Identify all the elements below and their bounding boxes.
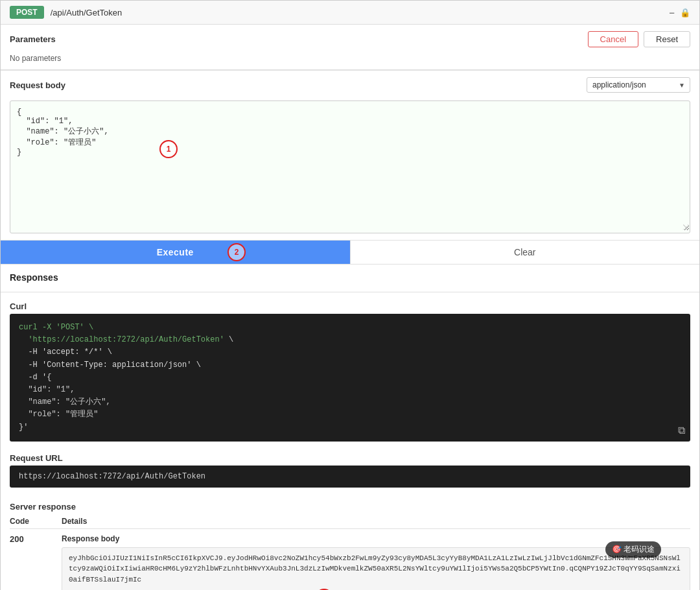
server-response-section: Server response Code Details 200 Respons… xyxy=(1,497,699,590)
code-editor-area: { "id": "1", "name": "公子小六", "role": "管理… xyxy=(10,100,690,233)
request-url-value: https://localhost:7272/api/Auth/GetToken xyxy=(10,466,690,488)
curl-copy-button[interactable]: ⧉ xyxy=(678,425,685,436)
request-url-label: Request URL xyxy=(10,453,690,463)
reset-button[interactable]: Reset xyxy=(644,31,690,47)
resize-handle[interactable]: ⇲ xyxy=(681,224,688,231)
method-badge: POST xyxy=(10,6,44,19)
curl-label: Curl xyxy=(10,301,690,311)
top-actions: Cancel Reset xyxy=(588,31,690,47)
request-body-editor[interactable]: { "id": "1", "name": "公子小六", "role": "管理… xyxy=(10,101,690,231)
minimize-button[interactable]: − xyxy=(669,7,675,18)
execute-button[interactable]: Execute xyxy=(1,241,350,264)
cancel-button[interactable]: Cancel xyxy=(588,31,638,47)
lock-icon: 🔒 xyxy=(680,8,690,18)
code-col-header: Code xyxy=(10,517,62,526)
params-section: Parameters Cancel Reset No parameters xyxy=(1,25,699,71)
header-icons: − 🔒 xyxy=(669,7,690,18)
header: POST /api/Auth/GetToken − 🔒 xyxy=(1,1,699,25)
response-code: 200 xyxy=(10,534,62,544)
responses-section: Responses xyxy=(1,264,699,292)
endpoint-path: /api/Auth/GetToken xyxy=(51,8,122,18)
request-url-section: Request URL https://localhost:7272/api/A… xyxy=(1,448,699,497)
curl-block: curl -X 'POST' \ 'https://localhost:7272… xyxy=(10,314,690,442)
response-body-label: Response body xyxy=(62,534,690,543)
responses-label: Responses xyxy=(10,272,690,283)
response-table: Code Details 200 Response body eyJhbGciO… xyxy=(10,514,690,590)
response-table-header: Code Details xyxy=(10,514,690,529)
content-type-select[interactable]: application/json text/plain application/… xyxy=(587,77,690,93)
request-body-label: Request body xyxy=(10,80,65,90)
server-response-label: Server response xyxy=(10,502,690,512)
no-params-text: No parameters xyxy=(1,51,699,70)
params-header-row: Parameters Cancel Reset xyxy=(1,25,699,51)
params-label: Parameters xyxy=(10,34,56,44)
curl-section: Curl curl -X 'POST' \ 'https://localhost… xyxy=(1,292,699,442)
response-details: Response body eyJhbGciOiJIUzI1NiIsInR5cC… xyxy=(62,534,690,590)
request-body-header: Request body application/json text/plain… xyxy=(1,71,699,97)
clear-button[interactable]: Clear xyxy=(350,241,700,264)
response-row-200: 200 Response body eyJhbGciOiJIUzI1NiIsIn… xyxy=(10,529,690,590)
header-left: POST /api/Auth/GetToken xyxy=(10,6,122,19)
content-type-wrapper: application/json text/plain application/… xyxy=(587,77,690,93)
response-body-content: eyJhbGciOiJIUzI1NiIsInR5cCI6IkpXVCJ9.eyJ… xyxy=(62,547,690,590)
main-container: POST /api/Auth/GetToken − 🔒 Parameters C… xyxy=(0,0,700,590)
response-body-text: eyJhbGciOiJIUzI1NiIsInR5cCI6IkpXVCJ9.eyJ… xyxy=(69,554,681,584)
details-col-header: Details xyxy=(62,517,87,526)
action-bar: Execute 2 Clear xyxy=(1,240,699,264)
curl-text: curl -X 'POST' \ 'https://localhost:7272… xyxy=(19,323,233,432)
request-body-section: Request body application/json text/plain… xyxy=(1,71,699,233)
